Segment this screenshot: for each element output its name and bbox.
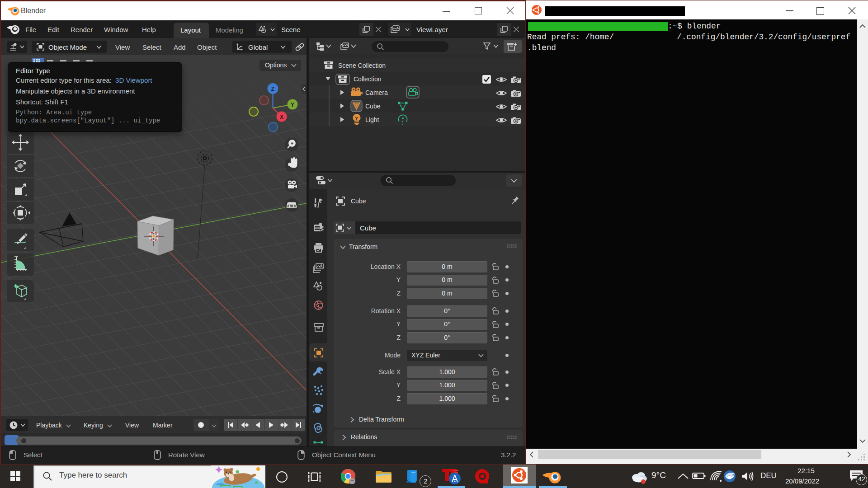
svg-text:X: X	[280, 114, 283, 120]
svg-text:Z: Z	[271, 86, 274, 92]
svg-text:Y: Y	[291, 102, 294, 108]
